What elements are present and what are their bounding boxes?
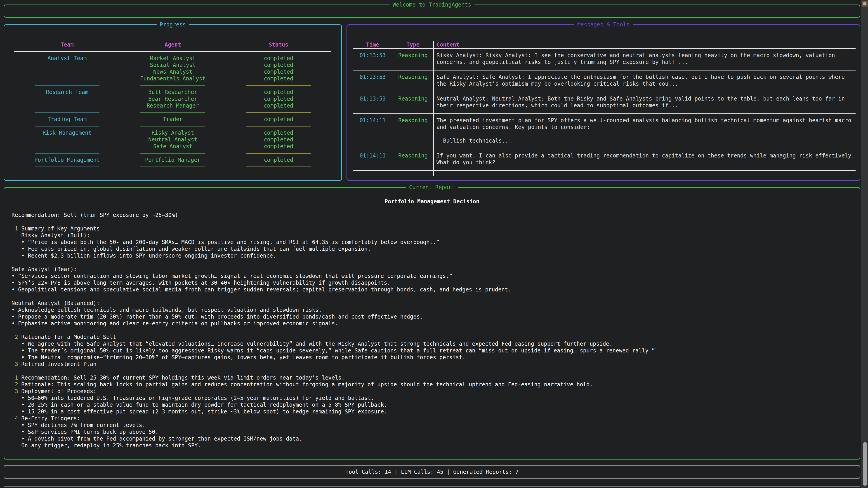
report-line: Neutral Analyst (Balanced): bbox=[11, 300, 860, 306]
report-line: 2 Rationale: This scaling back locks in … bbox=[11, 381, 860, 388]
report-line: • “Services sector contraction and slowi… bbox=[11, 273, 860, 280]
report-line: • A dovish pivot from the Fed accompanie… bbox=[11, 435, 860, 442]
report-line bbox=[11, 293, 860, 300]
agent-cell: Fundamentals Analyst bbox=[120, 75, 226, 82]
message-row: 01:14:11ReasoningThe presented investmen… bbox=[352, 114, 856, 149]
status-cell: completed bbox=[225, 116, 331, 123]
agent-cell: Market Analyst bbox=[120, 55, 226, 62]
agent-cell: Trader bbox=[120, 116, 226, 123]
agent-cell: Risky Analyst bbox=[120, 129, 226, 136]
status-cell: completed bbox=[225, 143, 331, 150]
report-line: On any trigger, redeploy in 25% tranches… bbox=[11, 442, 860, 449]
messages-title: Messages & Tools bbox=[574, 21, 633, 28]
progress-row: News Analystcompleted bbox=[14, 68, 331, 75]
team-cell bbox=[14, 143, 120, 150]
time-cell: 01:14:11 bbox=[352, 149, 393, 170]
report-line: Risky Analyst (Bull): bbox=[11, 232, 860, 239]
status-bar: Tool Calls: 14 | LLM Calls: 45 | Generat… bbox=[4, 465, 860, 479]
progress-row: Neutral Analystcompleted bbox=[14, 136, 331, 143]
report-line: 3 Deployment of Proceeds: bbox=[11, 388, 860, 395]
header-separator bbox=[14, 48, 331, 55]
orange-dot-icon bbox=[863, 2, 866, 5]
report-line: • 50–60% into laddered U.S. Treasuries o… bbox=[11, 395, 860, 401]
agent-cell: Safe Analyst bbox=[120, 143, 226, 150]
team-cell bbox=[14, 75, 120, 82]
header-cell-type: Type bbox=[393, 41, 433, 48]
progress-row: Fundamentals Analystcompleted bbox=[14, 75, 331, 82]
status-cell: completed bbox=[225, 62, 331, 68]
agent-cell: News Analyst bbox=[120, 68, 226, 75]
message-row: 01:13:53ReasoningSafe Analyst: Safe Anal… bbox=[352, 70, 856, 92]
report-line: • 20–25% in cash or a stable-value fund … bbox=[11, 401, 860, 408]
agent-cell: Neutral Analyst bbox=[120, 136, 226, 143]
report-line: • Propose a moderate trim (20–30%) rathe… bbox=[11, 313, 860, 320]
team-cell bbox=[14, 68, 120, 75]
message-row: 01:13:53ReasoningRisky Analyst: Risky An… bbox=[352, 49, 856, 70]
scroll-top-button[interactable] bbox=[862, 1, 868, 6]
messages-table: Time Type Content 01:13:53ReasoningRisky… bbox=[347, 25, 860, 176]
header-cell-status: Status bbox=[225, 41, 331, 48]
progress-title: Progress bbox=[157, 21, 189, 28]
report-line: • Fed cuts priced in, global disinflatio… bbox=[11, 246, 860, 252]
content-cell: The presented investment plan for SPY of… bbox=[433, 114, 856, 149]
scrollbar-thumb[interactable] bbox=[863, 442, 867, 486]
report-heading: Portfolio Management Decision bbox=[4, 198, 860, 205]
status-cell: completed bbox=[225, 102, 331, 109]
report-line: Recommendation: Sell (trim SPY exposure … bbox=[11, 212, 860, 219]
report-line: • Acknowledge bullish technicals and mac… bbox=[11, 306, 860, 313]
content-cell: Neutral Analyst: Neutral Analyst: Both t… bbox=[433, 92, 856, 113]
time-cell: 01:14:11 bbox=[352, 114, 393, 149]
agent-cell: Social Analyst bbox=[120, 62, 226, 68]
report-line: • S&P services PMI turns back up above 5… bbox=[11, 429, 860, 435]
time-cell: 01:13:53 bbox=[352, 70, 393, 92]
line-number: 2 bbox=[15, 381, 18, 388]
header-cell-content: Content bbox=[433, 41, 856, 48]
report-line: • We agree with the Safe Analyst that “e… bbox=[11, 340, 860, 347]
header-cell-team: Team bbox=[14, 41, 120, 48]
progress-row: Social Analystcompleted bbox=[14, 62, 331, 68]
progress-row: Risk ManagementRisky Analystcompleted bbox=[14, 129, 331, 136]
team-cell bbox=[14, 62, 120, 68]
line-number: 3 bbox=[15, 388, 18, 394]
time-cell: 01:13:53 bbox=[352, 49, 393, 70]
messages-header-row: Time Type Content bbox=[352, 41, 856, 48]
type-cell: Reasoning bbox=[393, 92, 433, 113]
progress-table: Team Agent Status Analyst TeamMarket Ana… bbox=[4, 25, 341, 170]
tradingagents-screen: Welcome to TradingAgents Progress Team A… bbox=[0, 0, 868, 488]
agent-cell: Bull Researcher bbox=[120, 89, 226, 96]
report-line: 1 Recommendation: Sell 25–30% of current… bbox=[11, 375, 860, 381]
report-line: 2 Rationale for a Moderate Sell bbox=[11, 334, 860, 340]
agent-cell: Portfolio Manager bbox=[120, 157, 226, 163]
welcome-panel: Welcome to TradingAgents bbox=[4, 4, 860, 18]
team-cell: Portfolio Management bbox=[14, 157, 120, 163]
group-separator bbox=[14, 82, 331, 89]
status-cell: completed bbox=[225, 157, 331, 163]
report-line bbox=[11, 219, 860, 225]
line-number: 4 bbox=[15, 415, 18, 422]
agent-cell: Bear Researcher bbox=[120, 96, 226, 102]
status-cell: completed bbox=[225, 129, 331, 136]
group-separator bbox=[14, 163, 331, 170]
group-separator bbox=[14, 150, 331, 157]
report-line: • Recent $2.3 billion inflows into SPY u… bbox=[11, 252, 860, 259]
scrollbar-track[interactable] bbox=[861, 0, 868, 488]
team-cell: Analyst Team bbox=[14, 55, 120, 62]
report-line: 1 Summary of Key Arguments bbox=[11, 225, 860, 232]
report-line: • Geopolitical tensions and speculative … bbox=[11, 286, 860, 293]
report-panel: Current Report Portfolio Management Deci… bbox=[4, 187, 860, 459]
column-divider bbox=[433, 41, 434, 176]
table-tail bbox=[352, 171, 856, 176]
progress-header-row: Team Agent Status bbox=[14, 41, 331, 48]
report-line: 4 Re-Entry Triggers: bbox=[11, 415, 860, 422]
progress-row: Analyst TeamMarket Analystcompleted bbox=[14, 55, 331, 62]
progress-row: Safe Analystcompleted bbox=[14, 143, 331, 150]
progress-row: Trading TeamTradercompleted bbox=[14, 116, 331, 123]
welcome-title: Welcome to TradingAgents bbox=[390, 1, 474, 8]
report-line: • SPY declines 7% from current levels. bbox=[11, 422, 860, 429]
report-line: 3 Refined Investment Plan bbox=[11, 361, 860, 367]
group-separator bbox=[14, 123, 331, 129]
report-line: • The Neutral compromise—“trimming 20–30… bbox=[11, 354, 860, 361]
status-cell: completed bbox=[225, 136, 331, 143]
content-cell: Safe Analyst: Safe Analyst: I appreciate… bbox=[433, 70, 856, 92]
message-row: 01:14:11ReasoningIf you want, I can also… bbox=[352, 149, 856, 170]
